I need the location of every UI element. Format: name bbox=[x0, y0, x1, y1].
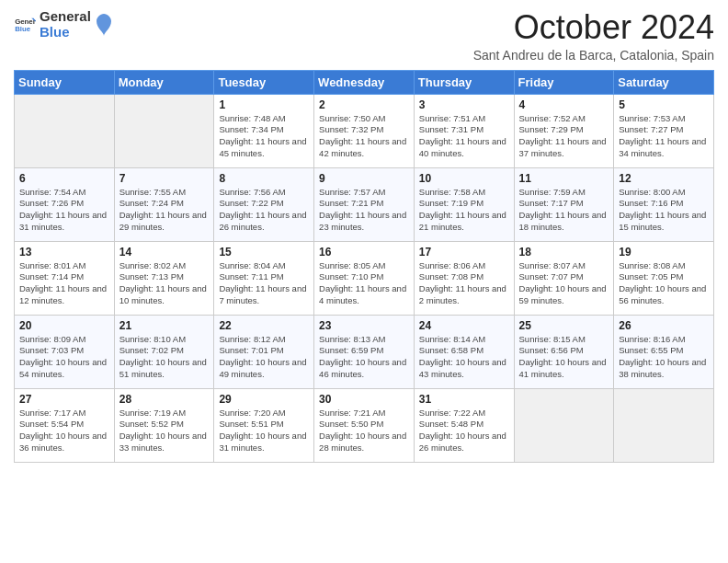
logo-text-block: General Blue bbox=[40, 9, 91, 40]
month-title: October 2024 bbox=[473, 9, 714, 46]
day-number: 29 bbox=[219, 393, 309, 406]
logo-wave-icon bbox=[95, 12, 113, 38]
svg-text:Blue: Blue bbox=[15, 25, 31, 33]
calendar-cell bbox=[514, 388, 614, 462]
cell-content: Sunrise: 7:21 AMSunset: 5:50 PMDaylight:… bbox=[319, 408, 409, 454]
day-number: 3 bbox=[419, 98, 509, 111]
day-number: 12 bbox=[619, 172, 709, 185]
calendar-cell: 19Sunrise: 8:08 AMSunset: 7:05 PMDayligh… bbox=[614, 241, 714, 315]
day-number: 31 bbox=[419, 393, 509, 406]
logo-blue: Blue bbox=[40, 25, 91, 40]
weekday-header-friday: Friday bbox=[514, 70, 614, 94]
calendar-cell: 23Sunrise: 8:13 AMSunset: 6:59 PMDayligh… bbox=[314, 315, 415, 388]
cell-content: Sunrise: 8:02 AMSunset: 7:13 PMDaylight:… bbox=[119, 260, 210, 307]
day-number: 22 bbox=[219, 319, 309, 332]
cell-content: Sunrise: 8:13 AMSunset: 6:59 PMDaylight:… bbox=[319, 334, 409, 381]
cell-content: Sunrise: 7:54 AMSunset: 7:26 PMDaylight:… bbox=[19, 187, 109, 234]
cell-content: Sunrise: 8:14 AMSunset: 6:58 PMDaylight:… bbox=[419, 334, 509, 381]
title-block: October 2024 Sant Andreu de la Barca, Ca… bbox=[473, 9, 714, 63]
logo-general: General bbox=[40, 9, 91, 25]
weekday-header-wednesday: Wednesday bbox=[314, 70, 415, 94]
calendar-cell bbox=[15, 94, 115, 167]
day-number: 19 bbox=[619, 246, 709, 259]
cell-content: Sunrise: 8:06 AMSunset: 7:08 PMDaylight:… bbox=[419, 260, 509, 307]
day-number: 28 bbox=[119, 393, 210, 406]
day-number: 25 bbox=[519, 319, 609, 332]
day-number: 17 bbox=[419, 246, 509, 259]
day-number: 16 bbox=[319, 246, 409, 259]
calendar-week-row: 27Sunrise: 7:17 AMSunset: 5:54 PMDayligh… bbox=[15, 388, 714, 462]
calendar-table: SundayMondayTuesdayWednesdayThursdayFrid… bbox=[14, 70, 714, 463]
day-number: 23 bbox=[319, 319, 409, 332]
calendar-cell: 18Sunrise: 8:07 AMSunset: 7:07 PMDayligh… bbox=[514, 241, 614, 315]
cell-content: Sunrise: 7:51 AMSunset: 7:31 PMDaylight:… bbox=[419, 113, 509, 160]
calendar-cell: 3Sunrise: 7:51 AMSunset: 7:31 PMDaylight… bbox=[414, 94, 514, 167]
calendar-cell: 11Sunrise: 7:59 AMSunset: 7:17 PMDayligh… bbox=[514, 167, 614, 241]
cell-content: Sunrise: 7:59 AMSunset: 7:17 PMDaylight:… bbox=[519, 187, 609, 234]
calendar-cell: 30Sunrise: 7:21 AMSunset: 5:50 PMDayligh… bbox=[314, 388, 415, 462]
calendar-cell: 26Sunrise: 8:16 AMSunset: 6:55 PMDayligh… bbox=[614, 315, 714, 388]
day-number: 15 bbox=[219, 246, 309, 259]
weekday-header-thursday: Thursday bbox=[414, 70, 514, 94]
cell-content: Sunrise: 7:57 AMSunset: 7:21 PMDaylight:… bbox=[319, 187, 409, 234]
calendar-cell: 10Sunrise: 7:58 AMSunset: 7:19 PMDayligh… bbox=[414, 167, 514, 241]
day-number: 7 bbox=[119, 172, 210, 185]
calendar-cell bbox=[114, 94, 214, 167]
day-number: 2 bbox=[319, 98, 409, 111]
calendar-cell: 27Sunrise: 7:17 AMSunset: 5:54 PMDayligh… bbox=[15, 388, 115, 462]
calendar-cell: 2Sunrise: 7:50 AMSunset: 7:32 PMDaylight… bbox=[314, 94, 415, 167]
day-number: 1 bbox=[219, 98, 309, 111]
calendar-cell: 4Sunrise: 7:52 AMSunset: 7:29 PMDaylight… bbox=[514, 94, 614, 167]
cell-content: Sunrise: 8:08 AMSunset: 7:05 PMDaylight:… bbox=[619, 260, 709, 307]
calendar-cell: 15Sunrise: 8:04 AMSunset: 7:11 PMDayligh… bbox=[214, 241, 314, 315]
calendar-cell: 25Sunrise: 8:15 AMSunset: 6:56 PMDayligh… bbox=[514, 315, 614, 388]
weekday-header-tuesday: Tuesday bbox=[214, 70, 314, 94]
calendar-cell: 20Sunrise: 8:09 AMSunset: 7:03 PMDayligh… bbox=[15, 315, 115, 388]
calendar-cell: 31Sunrise: 7:22 AMSunset: 5:48 PMDayligh… bbox=[414, 388, 514, 462]
calendar-cell: 28Sunrise: 7:19 AMSunset: 5:52 PMDayligh… bbox=[114, 388, 214, 462]
day-number: 5 bbox=[619, 98, 709, 111]
calendar-week-row: 20Sunrise: 8:09 AMSunset: 7:03 PMDayligh… bbox=[15, 315, 714, 388]
day-number: 21 bbox=[119, 319, 210, 332]
calendar-cell: 17Sunrise: 8:06 AMSunset: 7:08 PMDayligh… bbox=[414, 241, 514, 315]
weekday-header-monday: Monday bbox=[114, 70, 214, 94]
cell-content: Sunrise: 7:48 AMSunset: 7:34 PMDaylight:… bbox=[219, 113, 309, 160]
cell-content: Sunrise: 7:50 AMSunset: 7:32 PMDaylight:… bbox=[319, 113, 409, 160]
cell-content: Sunrise: 8:04 AMSunset: 7:11 PMDaylight:… bbox=[219, 260, 309, 307]
calendar-cell: 9Sunrise: 7:57 AMSunset: 7:21 PMDaylight… bbox=[314, 167, 415, 241]
day-number: 8 bbox=[219, 172, 309, 185]
day-number: 27 bbox=[19, 393, 109, 406]
weekday-header-sunday: Sunday bbox=[15, 70, 115, 94]
cell-content: Sunrise: 8:10 AMSunset: 7:02 PMDaylight:… bbox=[119, 334, 210, 381]
day-number: 4 bbox=[519, 98, 609, 111]
day-number: 30 bbox=[319, 393, 409, 406]
calendar-cell: 24Sunrise: 8:14 AMSunset: 6:58 PMDayligh… bbox=[414, 315, 514, 388]
calendar-cell: 22Sunrise: 8:12 AMSunset: 7:01 PMDayligh… bbox=[214, 315, 314, 388]
calendar-week-row: 1Sunrise: 7:48 AMSunset: 7:34 PMDaylight… bbox=[15, 94, 714, 167]
calendar-cell bbox=[614, 388, 714, 462]
day-number: 18 bbox=[519, 246, 609, 259]
day-number: 10 bbox=[419, 172, 509, 185]
cell-content: Sunrise: 8:01 AMSunset: 7:14 PMDaylight:… bbox=[19, 260, 109, 307]
day-number: 11 bbox=[519, 172, 609, 185]
calendar-cell: 12Sunrise: 8:00 AMSunset: 7:16 PMDayligh… bbox=[614, 167, 714, 241]
day-number: 26 bbox=[619, 319, 709, 332]
cell-content: Sunrise: 8:00 AMSunset: 7:16 PMDaylight:… bbox=[619, 187, 709, 234]
cell-content: Sunrise: 8:16 AMSunset: 6:55 PMDaylight:… bbox=[619, 334, 709, 381]
cell-content: Sunrise: 7:53 AMSunset: 7:27 PMDaylight:… bbox=[619, 113, 709, 160]
day-number: 20 bbox=[19, 319, 109, 332]
calendar-cell: 1Sunrise: 7:48 AMSunset: 7:34 PMDaylight… bbox=[214, 94, 314, 167]
cell-content: Sunrise: 8:09 AMSunset: 7:03 PMDaylight:… bbox=[19, 334, 109, 381]
day-number: 9 bbox=[319, 172, 409, 185]
cell-content: Sunrise: 7:20 AMSunset: 5:51 PMDaylight:… bbox=[219, 408, 309, 454]
cell-content: Sunrise: 7:56 AMSunset: 7:22 PMDaylight:… bbox=[219, 187, 309, 234]
cell-content: Sunrise: 7:17 AMSunset: 5:54 PMDaylight:… bbox=[19, 408, 109, 454]
cell-content: Sunrise: 7:55 AMSunset: 7:24 PMDaylight:… bbox=[119, 187, 210, 234]
calendar-cell: 13Sunrise: 8:01 AMSunset: 7:14 PMDayligh… bbox=[15, 241, 115, 315]
cell-content: Sunrise: 8:15 AMSunset: 6:56 PMDaylight:… bbox=[519, 334, 609, 381]
calendar-cell: 7Sunrise: 7:55 AMSunset: 7:24 PMDaylight… bbox=[114, 167, 214, 241]
calendar-cell: 16Sunrise: 8:05 AMSunset: 7:10 PMDayligh… bbox=[314, 241, 415, 315]
day-number: 24 bbox=[419, 319, 509, 332]
cell-content: Sunrise: 7:58 AMSunset: 7:19 PMDaylight:… bbox=[419, 187, 509, 234]
cell-content: Sunrise: 8:07 AMSunset: 7:07 PMDaylight:… bbox=[519, 260, 609, 307]
